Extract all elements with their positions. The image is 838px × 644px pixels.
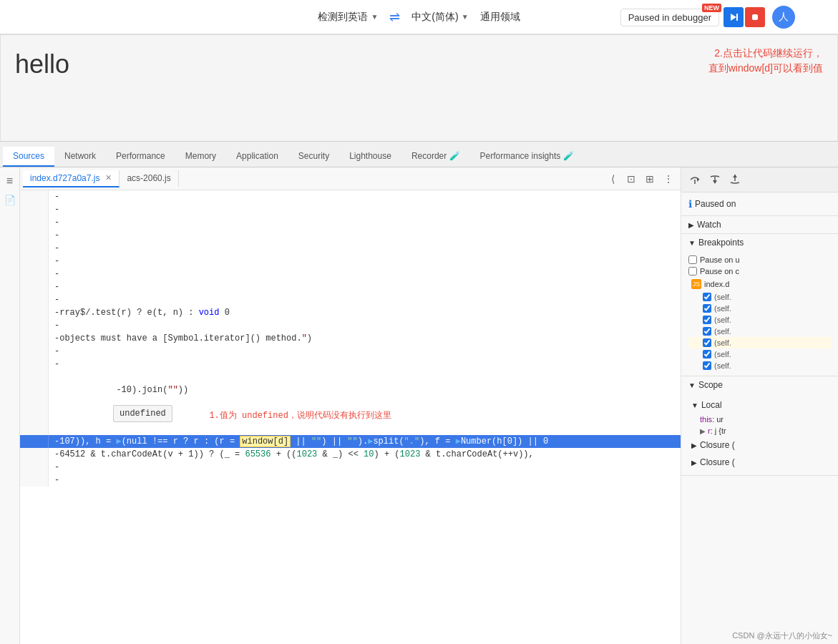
tab-network[interactable]: Network: [54, 147, 106, 167]
scope-content: ▼ Local this: ur ▶ r: j {tr ▶ Closure (: [681, 394, 838, 475]
bp-line-2-text: (self.: [714, 304, 731, 313]
pause-uncaught-checkbox[interactable]: [688, 255, 697, 264]
toggle-panel-icon[interactable]: ⊡: [623, 171, 639, 187]
avatar[interactable]: 人: [772, 6, 795, 29]
paused-on-section: ℹ Paused on: [681, 192, 838, 216]
code-line: -: [20, 345, 681, 358]
tab-sources[interactable]: Sources: [3, 147, 54, 167]
code-line: -: [20, 358, 681, 371]
annotation-text: 2.点击让代码继续运行，直到window[d]可以看到值: [708, 46, 823, 76]
bp-line-3: (self.: [688, 314, 831, 326]
step-into-icon: [709, 174, 721, 185]
local-section-header[interactable]: ▼ Local: [688, 396, 831, 414]
code-line: -: [20, 255, 681, 268]
breakpoints-triangle: ▼: [688, 239, 696, 247]
bp-line-7-checkbox[interactable]: [703, 361, 711, 370]
preview-text: hello: [15, 49, 69, 79]
watch-label: Watch: [697, 220, 721, 230]
step-out-button[interactable]: [727, 172, 743, 187]
target-lang-selector[interactable]: 中文(简体) ▼: [411, 11, 468, 24]
breakpoints-section-header[interactable]: ▼ Breakpoints: [681, 234, 838, 251]
stop-button[interactable]: [745, 7, 765, 27]
code-line: -: [20, 242, 681, 255]
tab-left-icon[interactable]: ⟨: [605, 171, 620, 187]
bp-line-5-text: (self.: [714, 338, 731, 347]
more-options-icon[interactable]: ⋮: [661, 171, 676, 187]
file-tab-index-close[interactable]: ✕: [105, 173, 112, 182]
resume-icon: [729, 12, 739, 22]
watermark: CSDN @永远十八的小仙女~: [732, 630, 832, 641]
split-view-icon[interactable]: ⊞: [642, 171, 658, 187]
bp-line-3-text: (self.: [714, 316, 731, 324]
bp-line-6: (self.: [688, 348, 831, 360]
pause-uncaught-item: Pause on u: [688, 254, 831, 265]
local-label: Local: [701, 400, 722, 410]
bp-line-6-checkbox[interactable]: [703, 350, 711, 358]
code-line: -: [20, 461, 681, 474]
tab-memory[interactable]: Memory: [175, 147, 226, 167]
tab-security[interactable]: Security: [288, 147, 339, 167]
code-lines: - - - - -: [20, 190, 681, 487]
bp-file-icon: JS: [691, 279, 701, 289]
file-tab-acs-label: acs-2060.js: [127, 173, 170, 183]
new-badge: NEW: [702, 4, 721, 12]
bp-line-4-checkbox[interactable]: [703, 327, 711, 336]
file-tree-icon[interactable]: 📄: [2, 192, 18, 208]
toggle-sidebar-icon[interactable]: ≡: [2, 173, 18, 189]
tab-lighthouse[interactable]: Lighthouse: [339, 147, 401, 167]
source-lang-selector[interactable]: 检测到英语 ▼: [318, 11, 378, 24]
tooltip-note: 1.值为 undefined，说明代码没有执行到这里: [209, 411, 391, 421]
tab-performance-insights[interactable]: Performance insights 🧪: [470, 147, 584, 167]
step-over-button[interactable]: [687, 172, 703, 187]
tab-recorder[interactable]: Recorder 🧪: [401, 147, 470, 167]
watch-triangle: ▶: [688, 221, 694, 229]
pause-caught-label: Pause on c: [700, 267, 739, 275]
info-icon: ℹ: [688, 198, 692, 210]
breakpoints-label: Breakpoints: [698, 238, 744, 248]
swap-languages-button[interactable]: ⇌: [389, 9, 400, 25]
paused-badge: NEW Paused in debugger 人: [620, 6, 795, 29]
scope-section-header[interactable]: ▼ Scope: [681, 376, 838, 394]
closure2-header[interactable]: ▶ Closure (: [688, 454, 831, 471]
scope-r-expand[interactable]: ▶: [700, 427, 706, 435]
tooltip: undefined: [113, 405, 172, 422]
bp-line-4: (self.: [688, 326, 831, 337]
tab-performance[interactable]: Performance: [106, 147, 175, 167]
target-lang-chevron: ▼: [462, 13, 469, 21]
step-into-button[interactable]: [707, 172, 723, 187]
bp-file-name: index.d: [704, 280, 729, 288]
bp-line-6-text: (self.: [714, 350, 731, 358]
code-area[interactable]: - - - - -: [20, 190, 681, 644]
scope-section: ▼ Scope ▼ Local this: ur ▶ r: j {tr: [681, 376, 838, 476]
bp-line-7-text: (self.: [714, 361, 731, 370]
bp-line-1-checkbox[interactable]: [703, 293, 711, 301]
closure1-triangle: ▶: [691, 441, 697, 449]
closure1-header[interactable]: ▶ Closure (: [688, 436, 831, 454]
watch-section-header[interactable]: ▶ Watch: [681, 216, 838, 233]
bp-line-2-checkbox[interactable]: [703, 304, 711, 313]
breakpoints-content: Pause on u Pause on c JS index.d (self. …: [681, 251, 838, 376]
svg-rect-1: [736, 14, 738, 21]
file-tab-acs[interactable]: acs-2060.js: [120, 170, 178, 187]
bp-line-3-checkbox[interactable]: [703, 316, 711, 324]
scope-label: Scope: [698, 380, 723, 390]
code-line: -: [20, 293, 681, 306]
scope-triangle: ▼: [688, 381, 696, 389]
left-icon-bar: ≡ 📄: [0, 167, 20, 644]
right-panel: ℹ Paused on ▶ Watch ▼ Breakpoints Pause …: [681, 167, 838, 644]
bp-line-5-checkbox[interactable]: [703, 338, 711, 347]
source-lang-label: 检测到英语: [318, 11, 368, 24]
domain-selector[interactable]: 通用领域: [480, 11, 520, 24]
file-tabs-bar: index.d727a0a7.js ✕ acs-2060.js ⟨ ⊡ ⊞ ⋮: [20, 167, 681, 190]
local-content: this: ur ▶ r: j {tr: [688, 414, 831, 436]
bp-line-1: (self.: [688, 291, 831, 303]
file-tabs-right: ⟨ ⊡ ⊞ ⋮: [605, 171, 681, 187]
breakpoints-section: ▼ Breakpoints Pause on u Pause on c JS i…: [681, 234, 838, 376]
pause-caught-checkbox[interactable]: [688, 267, 697, 275]
svg-rect-2: [752, 14, 758, 20]
tab-application[interactable]: Application: [226, 147, 288, 167]
file-tab-index[interactable]: index.d727a0a7.js ✕: [23, 170, 120, 187]
resume-button[interactable]: [723, 7, 744, 27]
code-line-charcode: -64512 & t.charCodeAt(v + 1)) ? (_ = 655…: [20, 448, 681, 461]
paused-on-label: Paused on: [695, 199, 736, 209]
